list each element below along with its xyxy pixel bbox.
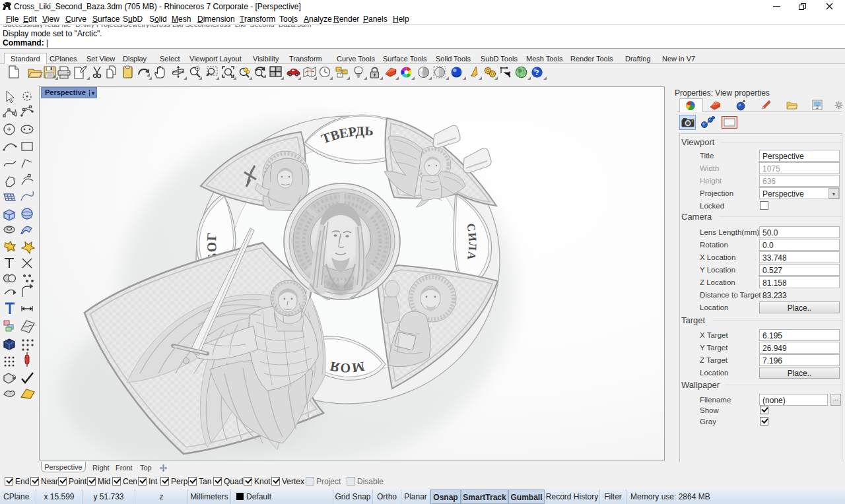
svg-text:МОЯ: МОЯ — [328, 359, 366, 375]
svg-text:2: 2 — [816, 105, 819, 110]
svg-text:?: ? — [535, 67, 539, 77]
